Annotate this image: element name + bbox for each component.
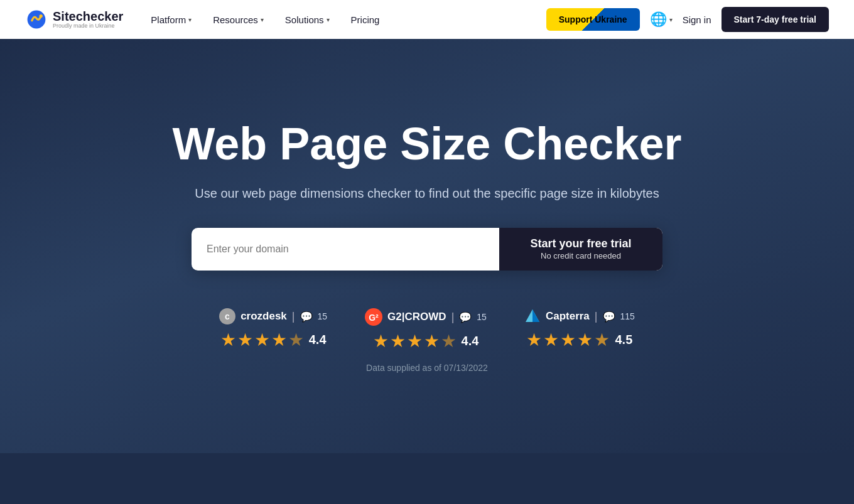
domain-input[interactable] bbox=[192, 228, 499, 271]
g2crowd-label: G2|CROWD bbox=[387, 311, 446, 323]
globe-icon: 🌐 bbox=[650, 11, 667, 28]
capterra-chat-icon: 💬 bbox=[603, 311, 615, 323]
language-chevron-icon: ▾ bbox=[669, 16, 673, 23]
trial-button[interactable]: Start 7-day free trial bbox=[722, 7, 830, 32]
cta-button-sub-text: No credit card needed bbox=[541, 251, 621, 262]
svg-text:c: c bbox=[225, 311, 230, 321]
crozdesk-rating: c crozdesk | 💬 15 ★ ★ ★ ★ ★ 4.4 bbox=[219, 308, 327, 350]
g2crowd-score: 4.4 bbox=[462, 334, 479, 348]
capterra-rating: Capterra | 💬 115 ★ ★ ★ ★ ★ 4.5 bbox=[524, 308, 635, 350]
logo-name: Sitechecker bbox=[53, 9, 123, 23]
g2crowd-stars: ★ ★ ★ ★ ★ 4.4 bbox=[373, 331, 479, 351]
crozdesk-icon: c bbox=[219, 308, 235, 324]
navbar: Sitechecker Proudly made in Ukraine Plat… bbox=[0, 0, 854, 39]
cta-button[interactable]: Start your free trial No credit card nee… bbox=[499, 228, 662, 271]
cta-button-main-text: Start your free trial bbox=[530, 237, 631, 251]
capterra-stars: ★ ★ ★ ★ ★ 4.5 bbox=[526, 330, 632, 350]
svg-point-1 bbox=[40, 14, 43, 18]
crozdesk-stars: ★ ★ ★ ★ ★ 4.4 bbox=[220, 330, 327, 350]
nav-platform[interactable]: Platform ▾ bbox=[142, 9, 200, 30]
svg-text:G²: G² bbox=[369, 313, 379, 323]
nav-resources[interactable]: Resources ▾ bbox=[204, 9, 273, 30]
g2crowd-review-count: 15 bbox=[477, 312, 487, 322]
crozdesk-label: crozdesk bbox=[241, 310, 287, 323]
nav-right: Support Ukraine 🌐 ▾ Sign in Start 7-day … bbox=[546, 7, 829, 32]
ratings-row: c crozdesk | 💬 15 ★ ★ ★ ★ ★ 4.4 G² bbox=[219, 308, 635, 351]
g2crowd-icon: G² bbox=[365, 308, 382, 326]
logo-icon bbox=[25, 8, 48, 31]
g2crowd-logo-row: G² G2|CROWD | 💬 15 bbox=[365, 308, 487, 326]
capterra-label: Capterra bbox=[546, 310, 590, 323]
nav-pricing[interactable]: Pricing bbox=[342, 9, 389, 30]
crozdesk-chat-icon: 💬 bbox=[300, 311, 313, 323]
g2crowd-chat-icon: 💬 bbox=[459, 311, 472, 323]
nav-solutions[interactable]: Solutions ▾ bbox=[276, 9, 338, 30]
logo-text: Sitechecker Proudly made in Ukraine bbox=[53, 9, 123, 29]
resources-chevron-icon: ▾ bbox=[261, 16, 264, 23]
crozdesk-logo-row: c crozdesk | 💬 15 bbox=[219, 308, 327, 324]
solutions-chevron-icon: ▾ bbox=[327, 16, 330, 23]
crozdesk-review-count: 15 bbox=[318, 311, 328, 321]
logo-tagline: Proudly made in Ukraine bbox=[53, 23, 123, 29]
nav-links: Platform ▾ Resources ▾ Solutions ▾ Prici… bbox=[142, 9, 546, 30]
hero-section: Web Page Size Checker Use our web page d… bbox=[0, 39, 854, 453]
capterra-logo-row: Capterra | 💬 115 bbox=[524, 308, 635, 324]
capterra-icon bbox=[524, 308, 541, 324]
platform-chevron-icon: ▾ bbox=[188, 16, 192, 23]
search-bar: Start your free trial No credit card nee… bbox=[192, 228, 662, 271]
g2crowd-rating: G² G2|CROWD | 💬 15 ★ ★ ★ ★ ★ 4.4 bbox=[365, 308, 487, 351]
crozdesk-score: 4.4 bbox=[309, 333, 327, 347]
svg-marker-7 bbox=[532, 309, 539, 322]
page-title: Web Page Size Checker bbox=[172, 119, 681, 169]
language-selector[interactable]: 🌐 ▾ bbox=[650, 11, 673, 28]
capterra-review-count: 115 bbox=[620, 311, 635, 321]
logo-link[interactable]: Sitechecker Proudly made in Ukraine bbox=[25, 8, 123, 31]
signin-link[interactable]: Sign in bbox=[683, 14, 711, 25]
capterra-score: 4.5 bbox=[615, 333, 632, 347]
data-supplied-text: Data supplied as of 07/13/2022 bbox=[366, 363, 488, 385]
hero-subtitle: Use our web page dimensions checker to f… bbox=[195, 184, 659, 203]
support-ukraine-button[interactable]: Support Ukraine bbox=[546, 8, 640, 31]
